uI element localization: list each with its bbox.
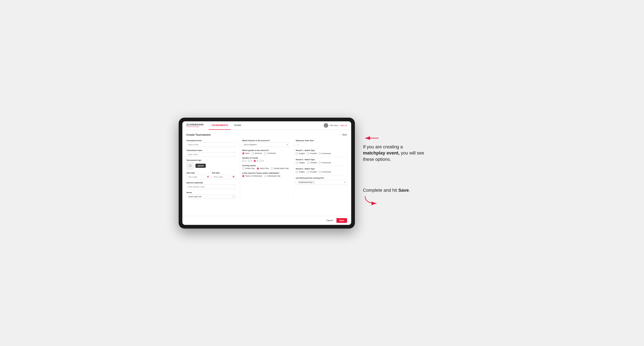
- round1-radio-group: Singles Fourball Foursomes: [296, 153, 347, 155]
- annotations: If you are creating a matchplay event, y…: [363, 118, 424, 214]
- individuals-option-label: Individuals Only: [268, 175, 280, 177]
- venue-select[interactable]: Search golf club: [186, 194, 236, 199]
- round2-label: Round 2 - Match Type: [296, 159, 347, 161]
- cancel-button[interactable]: Cancel: [324, 218, 335, 223]
- tablet-screen: SCOREBOARD Powered by clippt TOURNAMENTS…: [182, 121, 351, 225]
- sponsor-label: Sponsor (optional): [186, 182, 236, 184]
- start-date-group: Start date 📅: [186, 172, 210, 179]
- arrow-left-icon: [363, 134, 380, 142]
- venue-group: Venue Search golf club: [186, 191, 236, 199]
- tournament-name-input[interactable]: [186, 152, 236, 157]
- venue-select-wrapper: Search golf club: [186, 194, 236, 199]
- rounds-2[interactable]: 2: [248, 160, 252, 162]
- round3-singles[interactable]: Singles: [296, 171, 305, 173]
- gender-womens[interactable]: Womens: [252, 152, 262, 155]
- round1-foursomes-label: Foursomes: [322, 153, 331, 155]
- sponsor-input[interactable]: [186, 184, 236, 189]
- round1-label: Round 1 - Match Type: [296, 149, 347, 152]
- teams-radio-group: Teams (+Individuals) Individuals Only: [242, 175, 289, 177]
- round1-foursomes[interactable]: Foursomes: [318, 153, 331, 155]
- logo-title: SCOREBOARD: [186, 124, 204, 126]
- rounds-1-label: 1: [245, 160, 246, 162]
- scoring-medal-label: Medal Match Play: [274, 167, 289, 170]
- round2-foursomes[interactable]: Foursomes: [318, 162, 331, 164]
- scoring-stroke[interactable]: Stroke Play: [242, 167, 255, 170]
- save-button[interactable]: Save: [336, 218, 347, 223]
- rounds-radio-group: 1 2 3: [242, 160, 289, 162]
- scoring-medal[interactable]: Medal Match Play: [271, 167, 289, 170]
- annotation-text-2: Complete and hit Save.: [363, 187, 410, 193]
- logo-sub: Powered by clippt: [186, 126, 204, 127]
- api-tag-text: Leaderboard King: [299, 181, 312, 183]
- tablet-frame: SCOREBOARD Powered by clippt TOURNAMENTS…: [179, 118, 355, 229]
- max-team-size-label: Maximum Team Size: [296, 140, 347, 142]
- avatar: [324, 123, 328, 128]
- logo-upload-area: 🖼 Upload: [186, 162, 236, 170]
- round2-foursomes-label: Foursomes: [322, 162, 331, 164]
- teams-option[interactable]: Teams (+Individuals): [242, 175, 262, 177]
- page-title: Create Tournament: [186, 133, 211, 136]
- division-group: Which division is the event for? NCAA Di…: [242, 140, 289, 147]
- rounds-4[interactable]: 4: [260, 160, 264, 162]
- tournament-host-input[interactable]: [186, 142, 236, 147]
- tournament-name-group: Tournament name: [186, 149, 236, 157]
- scoring-group: Scoring system Stroke Play Match Play: [242, 165, 289, 170]
- round3-radio-group: Singles Fourball Foursomes: [296, 171, 347, 173]
- round2-fourball[interactable]: Fourball: [307, 162, 317, 164]
- gender-mens[interactable]: Mens: [242, 152, 250, 155]
- round3-label: Round 3 - Match Type: [296, 168, 347, 170]
- dates-group: Start date 📅 End date: [186, 172, 236, 179]
- scoring-stroke-label: Stroke Play: [245, 167, 255, 170]
- teams-label: Is this event for Teams and/or Individua…: [242, 172, 289, 174]
- upload-button[interactable]: Upload: [196, 164, 206, 168]
- round2-singles[interactable]: Singles: [296, 162, 305, 164]
- form-col-2: Which division is the event for? NCAA Di…: [240, 140, 294, 201]
- round2-fourball-label: Fourball: [310, 162, 317, 164]
- tournament-host-label: Tournament Host: [186, 140, 236, 142]
- rounds-1[interactable]: 1: [242, 160, 246, 162]
- api-label: Use third-party live scoring API?: [296, 177, 347, 179]
- api-select-wrapper[interactable]: Leaderboard King × ▾: [296, 180, 347, 185]
- api-tag-close[interactable]: ×: [313, 181, 314, 183]
- signout-link[interactable]: Sign out: [340, 124, 347, 127]
- start-date-wrapper: 📅: [186, 175, 210, 179]
- round3-foursomes[interactable]: Foursomes: [318, 171, 331, 173]
- rounds-3-label: 3: [257, 160, 258, 162]
- nav-tab-tournaments[interactable]: TOURNAMENTS: [208, 121, 231, 130]
- start-date-label: Start date: [186, 172, 210, 174]
- tournament-logo-group: Tournament logo 🖼 Upload: [186, 159, 236, 170]
- rounds-3[interactable]: 3: [254, 160, 258, 162]
- date-row: Start date 📅 End date: [186, 172, 236, 179]
- gender-combined[interactable]: Combined: [264, 152, 276, 155]
- max-team-size-input[interactable]: [296, 142, 306, 147]
- sponsor-group: Sponsor (optional): [186, 182, 236, 189]
- user-text: Test User |: [330, 124, 339, 127]
- nav-logo: SCOREBOARD Powered by clippt: [186, 124, 204, 127]
- round3-fourball[interactable]: Fourball: [307, 171, 317, 173]
- round1-fourball[interactable]: Fourball: [307, 153, 317, 155]
- form-footer: Cancel Save: [182, 216, 351, 225]
- venue-label: Venue: [186, 191, 236, 193]
- back-button[interactable]: ← Back: [340, 134, 347, 136]
- division-select-wrapper: NCAA Division I NCAA Division II NCAA Di…: [242, 142, 289, 147]
- scoring-match[interactable]: Match Play: [257, 167, 269, 170]
- calendar-icon: 📅: [207, 176, 209, 178]
- division-select[interactable]: NCAA Division I NCAA Division II NCAA Di…: [242, 142, 289, 147]
- rounds-label: Number of rounds: [242, 157, 289, 159]
- logo-placeholder: 🖼: [186, 162, 194, 170]
- gender-womens-label: Womens: [255, 152, 262, 154]
- annotation-text-1: If you are creating a matchplay event, y…: [363, 144, 424, 163]
- tournament-logo-label: Tournament logo: [186, 159, 236, 161]
- image-icon: 🖼: [189, 164, 192, 167]
- round2-radio-group: Singles Fourball Foursomes: [296, 162, 347, 164]
- annotation-save: Complete and hit Save.: [363, 187, 424, 205]
- gender-group: Which gender is the event for? Mens Wome…: [242, 149, 289, 155]
- round1-singles[interactable]: Singles: [296, 153, 305, 155]
- nav-tab-teams[interactable]: TEAMS: [231, 121, 244, 130]
- calendar-icon-end: 📅: [232, 176, 234, 178]
- rounds-group: Number of rounds 1 2: [242, 157, 289, 162]
- page-header: Create Tournament ← Back: [186, 133, 347, 136]
- nav-right: Test User | Sign out: [324, 123, 347, 128]
- round1-singles-label: Singles: [299, 153, 305, 155]
- individuals-option[interactable]: Individuals Only: [264, 175, 280, 177]
